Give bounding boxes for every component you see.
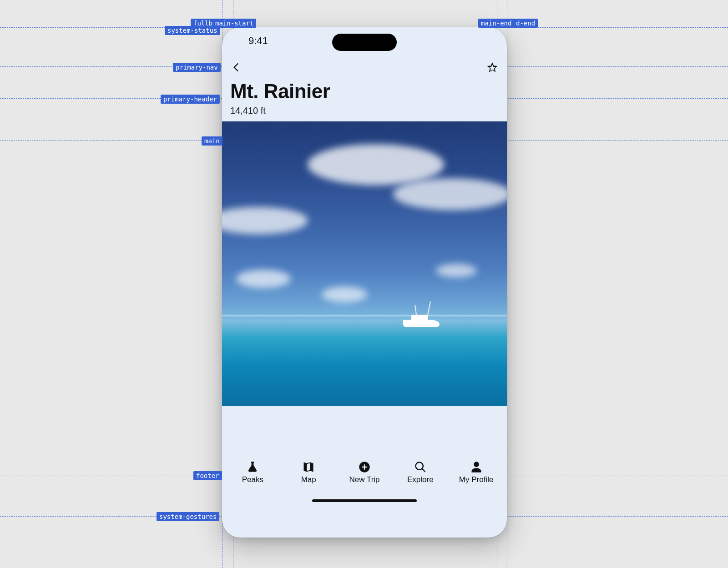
tab-label: Peaks xyxy=(242,475,263,484)
guide-main-start: main-start xyxy=(212,19,256,28)
guide-primary-nav: primary-nav xyxy=(173,63,221,72)
tab-bar: Peaks Map New Trip Explore My Profile xyxy=(222,456,507,492)
primary-header: Mt. Rainier 14,410 ft xyxy=(222,77,507,121)
tab-label: New Trip xyxy=(349,475,379,484)
guide-fullbleed: fullbleed xyxy=(191,19,231,28)
phone-device-frame: 9:41 Mt. Rainier 14,410 ft xyxy=(222,27,507,538)
guide-d-end: d-end xyxy=(513,19,538,28)
status-bar: 9:41 xyxy=(222,27,507,55)
guide-main-end: main-end xyxy=(478,19,514,28)
guide-system-status: system-status xyxy=(165,26,220,35)
back-button[interactable] xyxy=(228,59,245,75)
home-indicator[interactable] xyxy=(312,499,417,502)
favorite-button[interactable] xyxy=(484,59,500,75)
chevron-left-icon xyxy=(230,61,243,74)
tab-label: Explore xyxy=(407,475,434,484)
tab-new-trip[interactable]: New Trip xyxy=(337,461,393,484)
tab-explore[interactable]: Explore xyxy=(392,461,448,484)
guide-footer: footer xyxy=(193,471,222,480)
person-icon xyxy=(470,461,483,473)
tab-label: Map xyxy=(301,475,316,484)
page-title: Mt. Rainier xyxy=(230,80,499,103)
page-subtitle: 14,410 ft xyxy=(230,106,499,116)
plus-circle-icon xyxy=(358,461,371,473)
guide-primary-header: primary-header xyxy=(161,95,220,104)
tab-peaks[interactable]: Peaks xyxy=(225,461,281,484)
star-outline-icon xyxy=(486,61,499,74)
guide-main: main xyxy=(202,136,222,146)
boat-illustration xyxy=(399,307,444,329)
tab-label: My Profile xyxy=(459,475,494,484)
guide-system-gestures: system-gestures xyxy=(157,512,219,521)
dynamic-island xyxy=(332,34,397,51)
system-gesture-area xyxy=(222,492,507,510)
status-time: 9:41 xyxy=(248,35,268,47)
tab-profile[interactable]: My Profile xyxy=(448,461,504,484)
content-spacer xyxy=(222,406,507,456)
hero-image xyxy=(222,121,507,406)
flask-icon xyxy=(246,461,259,473)
primary-nav xyxy=(222,55,507,77)
map-icon xyxy=(302,461,315,473)
search-icon xyxy=(414,461,427,473)
tab-map[interactable]: Map xyxy=(281,461,337,484)
